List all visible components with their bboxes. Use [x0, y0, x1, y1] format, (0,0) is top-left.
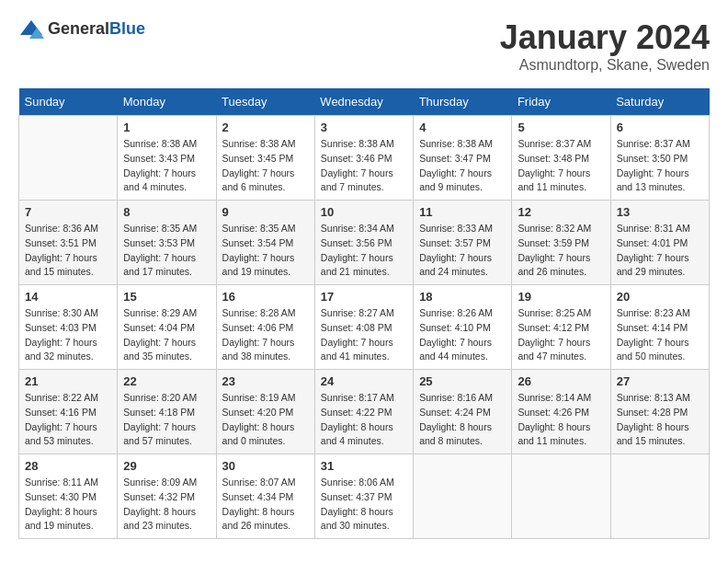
calendar-week-row: 7Sunrise: 8:36 AMSunset: 3:51 PMDaylight…: [19, 201, 710, 285]
calendar-day-cell: 31Sunrise: 8:06 AMSunset: 4:37 PMDayligh…: [314, 454, 413, 539]
day-info: Sunrise: 8:38 AMSunset: 3:47 PMDaylight:…: [419, 137, 506, 195]
day-info: Sunrise: 8:30 AMSunset: 4:03 PMDaylight:…: [25, 306, 111, 364]
day-info: Sunrise: 8:13 AMSunset: 4:28 PMDaylight:…: [617, 391, 703, 449]
calendar-day-cell: 3Sunrise: 8:38 AMSunset: 3:46 PMDaylight…: [314, 116, 413, 201]
day-info: Sunrise: 8:38 AMSunset: 3:46 PMDaylight:…: [321, 137, 407, 195]
calendar-day-cell: 29Sunrise: 8:09 AMSunset: 4:32 PMDayligh…: [118, 454, 216, 539]
day-of-week-header: Thursday: [414, 88, 512, 116]
day-number: 24: [321, 374, 407, 388]
calendar-day-cell: [610, 454, 709, 539]
day-number: 2: [222, 121, 309, 134]
calendar-day-cell: 27Sunrise: 8:13 AMSunset: 4:28 PMDayligh…: [610, 370, 709, 454]
calendar-day-cell: 1Sunrise: 8:38 AMSunset: 3:43 PMDaylight…: [118, 116, 216, 201]
day-number: 16: [222, 290, 309, 304]
day-info: Sunrise: 8:36 AMSunset: 3:51 PMDaylight:…: [25, 222, 111, 280]
day-info: Sunrise: 8:14 AMSunset: 4:26 PMDaylight:…: [518, 391, 604, 449]
calendar-header: SundayMondayTuesdayWednesdayThursdayFrid…: [19, 88, 710, 116]
calendar-day-cell: 25Sunrise: 8:16 AMSunset: 4:24 PMDayligh…: [414, 370, 512, 454]
calendar-day-cell: 5Sunrise: 8:37 AMSunset: 3:48 PMDaylight…: [512, 116, 610, 201]
day-number: 29: [123, 459, 210, 473]
day-info: Sunrise: 8:20 AMSunset: 4:18 PMDaylight:…: [123, 391, 210, 449]
day-number: 21: [25, 374, 111, 388]
day-number: 18: [419, 290, 506, 304]
day-number: 7: [25, 205, 111, 219]
day-of-week-header: Saturday: [610, 88, 709, 116]
day-number: 25: [419, 374, 506, 388]
day-info: Sunrise: 8:07 AMSunset: 4:34 PMDaylight:…: [222, 476, 309, 534]
logo-general: General: [48, 19, 109, 38]
day-info: Sunrise: 8:28 AMSunset: 4:06 PMDaylight:…: [222, 306, 309, 364]
day-info: Sunrise: 8:31 AMSunset: 4:01 PMDaylight:…: [617, 222, 703, 280]
calendar-day-cell: 21Sunrise: 8:22 AMSunset: 4:16 PMDayligh…: [19, 370, 118, 454]
day-number: 22: [123, 374, 210, 388]
day-info: Sunrise: 8:38 AMSunset: 3:43 PMDaylight:…: [123, 137, 210, 195]
day-number: 14: [25, 290, 111, 304]
day-info: Sunrise: 8:19 AMSunset: 4:20 PMDaylight:…: [222, 391, 309, 449]
calendar-table: SundayMondayTuesdayWednesdayThursdayFrid…: [18, 88, 710, 539]
calendar-day-cell: 17Sunrise: 8:27 AMSunset: 4:08 PMDayligh…: [314, 285, 413, 370]
logo-blue: Blue: [109, 19, 145, 38]
day-number: 30: [222, 459, 309, 473]
days-of-week-row: SundayMondayTuesdayWednesdayThursdayFrid…: [19, 88, 710, 116]
day-number: 8: [123, 205, 210, 219]
day-info: Sunrise: 8:17 AMSunset: 4:22 PMDaylight:…: [321, 391, 407, 449]
day-info: Sunrise: 8:32 AMSunset: 3:59 PMDaylight:…: [518, 222, 604, 280]
calendar-day-cell: 11Sunrise: 8:33 AMSunset: 3:57 PMDayligh…: [414, 201, 512, 285]
day-info: Sunrise: 8:35 AMSunset: 3:53 PMDaylight:…: [123, 222, 210, 280]
day-info: Sunrise: 8:26 AMSunset: 4:10 PMDaylight:…: [419, 306, 506, 364]
calendar-day-cell: 9Sunrise: 8:35 AMSunset: 3:54 PMDaylight…: [216, 201, 314, 285]
day-of-week-header: Sunday: [19, 88, 118, 116]
day-number: 4: [419, 121, 506, 134]
day-info: Sunrise: 8:16 AMSunset: 4:24 PMDaylight:…: [419, 391, 506, 449]
day-number: 6: [617, 121, 703, 134]
calendar-day-cell: 19Sunrise: 8:25 AMSunset: 4:12 PMDayligh…: [512, 285, 610, 370]
day-number: 19: [518, 290, 604, 304]
day-of-week-header: Monday: [118, 88, 216, 116]
calendar-day-cell: 18Sunrise: 8:26 AMSunset: 4:10 PMDayligh…: [414, 285, 512, 370]
day-info: Sunrise: 8:34 AMSunset: 3:56 PMDaylight:…: [321, 222, 407, 280]
day-number: 17: [321, 290, 407, 304]
calendar-week-row: 21Sunrise: 8:22 AMSunset: 4:16 PMDayligh…: [19, 370, 710, 454]
day-number: 1: [123, 121, 210, 134]
day-number: 20: [617, 290, 703, 304]
calendar-week-row: 28Sunrise: 8:11 AMSunset: 4:30 PMDayligh…: [19, 454, 710, 539]
day-number: 3: [321, 121, 407, 134]
calendar-day-cell: 16Sunrise: 8:28 AMSunset: 4:06 PMDayligh…: [216, 285, 314, 370]
day-info: Sunrise: 8:11 AMSunset: 4:30 PMDaylight:…: [25, 476, 111, 534]
day-number: 26: [518, 374, 604, 388]
day-number: 28: [25, 459, 111, 473]
calendar-day-cell: 8Sunrise: 8:35 AMSunset: 3:53 PMDaylight…: [118, 201, 216, 285]
calendar-day-cell: 10Sunrise: 8:34 AMSunset: 3:56 PMDayligh…: [314, 201, 413, 285]
calendar-day-cell: 20Sunrise: 8:23 AMSunset: 4:14 PMDayligh…: [610, 285, 709, 370]
day-info: Sunrise: 8:29 AMSunset: 4:04 PMDaylight:…: [123, 306, 210, 364]
month-year-title: January 2024: [500, 18, 710, 57]
calendar-day-cell: [19, 116, 118, 201]
day-info: Sunrise: 8:37 AMSunset: 3:48 PMDaylight:…: [518, 137, 604, 195]
day-info: Sunrise: 8:37 AMSunset: 3:50 PMDaylight:…: [617, 137, 703, 195]
day-number: 15: [123, 290, 210, 304]
day-info: Sunrise: 8:06 AMSunset: 4:37 PMDaylight:…: [321, 476, 407, 534]
calendar-body: 1Sunrise: 8:38 AMSunset: 3:43 PMDaylight…: [19, 116, 710, 539]
calendar-day-cell: 22Sunrise: 8:20 AMSunset: 4:18 PMDayligh…: [118, 370, 216, 454]
day-number: 13: [617, 205, 703, 219]
calendar-week-row: 14Sunrise: 8:30 AMSunset: 4:03 PMDayligh…: [19, 285, 710, 370]
calendar-day-cell: 15Sunrise: 8:29 AMSunset: 4:04 PMDayligh…: [118, 285, 216, 370]
calendar-day-cell: 24Sunrise: 8:17 AMSunset: 4:22 PMDayligh…: [314, 370, 413, 454]
calendar-day-cell: 13Sunrise: 8:31 AMSunset: 4:01 PMDayligh…: [610, 201, 709, 285]
calendar-day-cell: 14Sunrise: 8:30 AMSunset: 4:03 PMDayligh…: [19, 285, 118, 370]
day-info: Sunrise: 8:33 AMSunset: 3:57 PMDaylight:…: [419, 222, 506, 280]
day-info: Sunrise: 8:22 AMSunset: 4:16 PMDaylight:…: [25, 391, 111, 449]
logo-icon: [18, 18, 44, 39]
day-of-week-header: Wednesday: [314, 88, 413, 116]
day-number: 9: [222, 205, 309, 219]
calendar-week-row: 1Sunrise: 8:38 AMSunset: 3:43 PMDaylight…: [19, 116, 710, 201]
calendar-day-cell: 30Sunrise: 8:07 AMSunset: 4:34 PMDayligh…: [216, 454, 314, 539]
calendar-day-cell: [512, 454, 610, 539]
calendar-day-cell: 12Sunrise: 8:32 AMSunset: 3:59 PMDayligh…: [512, 201, 610, 285]
day-number: 10: [321, 205, 407, 219]
calendar-day-cell: 6Sunrise: 8:37 AMSunset: 3:50 PMDaylight…: [610, 116, 709, 201]
day-info: Sunrise: 8:25 AMSunset: 4:12 PMDaylight:…: [518, 306, 604, 364]
calendar-day-cell: 28Sunrise: 8:11 AMSunset: 4:30 PMDayligh…: [19, 454, 118, 539]
day-number: 5: [518, 121, 604, 134]
day-number: 12: [518, 205, 604, 219]
